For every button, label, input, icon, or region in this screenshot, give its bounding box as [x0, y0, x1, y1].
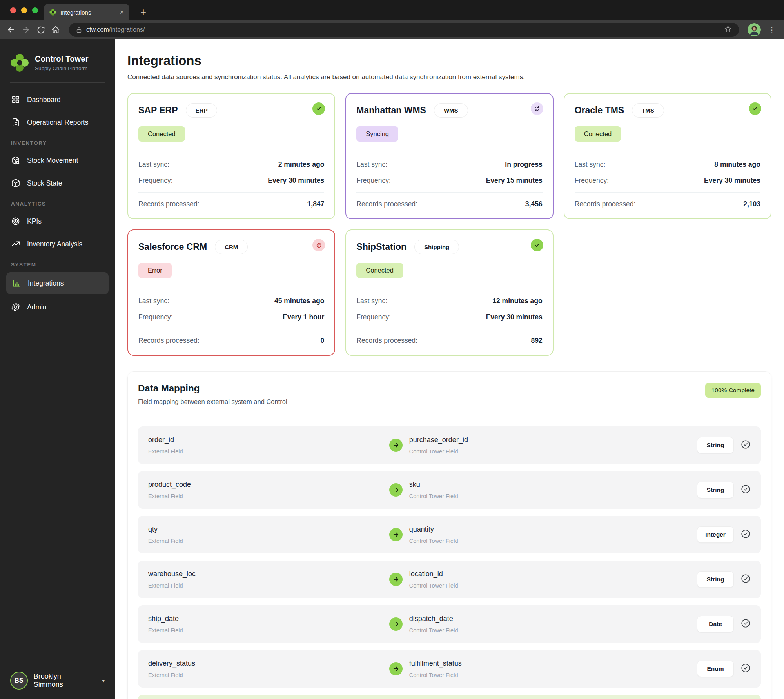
status-badge: Syncing	[356, 126, 398, 142]
status-badge: Error	[138, 263, 172, 278]
integration-type-chip: Shipping	[414, 240, 459, 254]
sidebar-item-integrations[interactable]: Integrations	[6, 272, 109, 294]
user-avatar: BS	[10, 672, 28, 690]
external-field-name: warehouse_loc	[148, 570, 389, 578]
box-search-icon	[11, 156, 20, 165]
last-sync-value: 8 minutes ago	[714, 160, 760, 169]
integration-name: SAP ERP	[138, 105, 178, 116]
external-field-label: External Field	[148, 493, 389, 499]
sidebar-section-inventory: INVENTORY	[0, 134, 115, 149]
sidebar-item-stock-movement[interactable]: Stock Movement	[0, 149, 115, 172]
status-badge: Conected	[575, 126, 621, 142]
sidebar-item-label: Integrations	[28, 279, 64, 288]
gear-icon	[11, 302, 20, 312]
user-name: Brooklyn Simmons	[34, 672, 91, 689]
external-field-label: External Field	[148, 627, 389, 633]
field-type-pill: String	[697, 437, 734, 453]
sidebar-item-label: Dashboard	[27, 96, 61, 104]
last-sync-value: 45 minutes ago	[274, 297, 324, 305]
sidebar-item-dashboard[interactable]: Dashboard	[0, 88, 115, 111]
validated-check-circle-icon	[740, 439, 751, 451]
last-sync-value: 2 minutes ago	[278, 160, 325, 169]
data-mapping-panel: Data Mapping Field mapping between exter…	[127, 371, 771, 699]
card-divider	[138, 192, 324, 193]
integration-name: Salesforce CRM	[138, 242, 207, 252]
external-field-label: External Field	[148, 538, 389, 544]
home-button[interactable]	[51, 25, 60, 35]
window-close-button[interactable]	[10, 7, 16, 13]
integration-card-manhattan-wms: Manhattan WMS WMS Syncing Last sync:In p…	[345, 93, 553, 219]
tab-close-icon[interactable]: ×	[120, 9, 124, 16]
new-tab-button[interactable]: +	[140, 7, 146, 17]
sidebar-item-label: KPIs	[27, 217, 42, 226]
frequency-value: Every 15 minutes	[486, 177, 543, 185]
last-sync-label: Last sync:	[138, 160, 169, 169]
sidebar-user[interactable]: BS Brooklyn Simmons ▾	[0, 662, 115, 699]
sidebar-item-admin[interactable]: Admin	[0, 296, 115, 319]
window-minimize-button[interactable]	[21, 7, 27, 13]
records-value: 0	[321, 337, 325, 345]
back-button[interactable]	[6, 25, 16, 35]
favicon-icon	[49, 9, 56, 16]
trend-up-icon	[11, 239, 20, 249]
records-label: Records processed:	[138, 200, 200, 208]
forward-button[interactable]	[21, 25, 31, 35]
sidebar-nav: Dashboard Operational Reports INVENTORY …	[0, 83, 115, 319]
arrow-right-icon	[389, 573, 403, 586]
sidebar-item-operational-reports[interactable]: Operational Reports	[0, 111, 115, 134]
sidebar-item-stock-state[interactable]: Stock State	[0, 172, 115, 195]
integration-type-chip: WMS	[434, 103, 468, 118]
frequency-value: Every 30 minutes	[486, 313, 543, 321]
external-field-name: qty	[148, 525, 389, 533]
last-sync-label: Last sync:	[138, 297, 169, 305]
sidebar: Control Tower Supply Chain Platform Dash…	[0, 39, 115, 699]
main-content: Integrations Connected data sources and …	[115, 39, 784, 699]
mapping-row: ship_dateExternal Field dispatch_dateCon…	[138, 605, 761, 643]
records-label: Records processed:	[356, 200, 417, 208]
control-field-name: fulfillment_status	[409, 659, 462, 668]
validated-check-circle-icon	[740, 573, 751, 585]
sidebar-section-system: SYSTEM	[0, 255, 115, 271]
url-path: /integrations/	[109, 26, 145, 33]
data-mapping-title: Data Mapping	[138, 383, 287, 394]
sidebar-section-analytics: ANALYTICS	[0, 195, 115, 210]
external-field-name: delivery_status	[148, 659, 389, 668]
status-badge: Conected	[356, 263, 403, 278]
brand-text: Control Tower Supply Chain Platform	[35, 55, 89, 71]
validated-check-circle-icon	[740, 529, 751, 541]
external-field-name: ship_date	[148, 615, 389, 623]
target-icon	[11, 217, 20, 226]
sidebar-item-kpis[interactable]: KPIs	[0, 210, 115, 233]
control-field-label: Control Tower Field	[409, 493, 458, 499]
window-zoom-button[interactable]	[32, 7, 38, 13]
control-field-label: Control Tower Field	[409, 582, 458, 589]
browser-menu-icon[interactable]: ⋮	[766, 25, 778, 35]
records-label: Records processed:	[138, 337, 200, 345]
reload-button[interactable]	[36, 25, 45, 35]
arrow-right-icon	[389, 439, 403, 452]
bookmark-star-icon[interactable]	[724, 25, 732, 35]
frequency-label: Frequency:	[575, 177, 609, 185]
last-sync-label: Last sync:	[356, 160, 387, 169]
integration-name: Manhattan WMS	[356, 105, 426, 116]
last-sync-value: In progress	[505, 160, 542, 169]
address-bar[interactable]: ctw.com/integrations/	[69, 23, 739, 37]
browser-tab[interactable]: Integrations ×	[44, 4, 129, 20]
field-type-pill: String	[697, 571, 734, 588]
sidebar-item-label: Operational Reports	[27, 118, 89, 127]
mapping-row: order_idExternal Field purchase_order_id…	[138, 426, 761, 464]
connected-check-icon	[749, 102, 761, 115]
url-domain: ctw.com	[86, 26, 109, 33]
document-icon	[11, 118, 20, 127]
page-title: Integrations	[127, 53, 771, 68]
field-type-pill: Integer	[697, 526, 734, 543]
user-caret-down-icon[interactable]: ▾	[102, 678, 105, 684]
records-value: 2,103	[743, 200, 760, 208]
brand-tagline: Supply Chain Platform	[35, 66, 89, 71]
sidebar-item-inventory-analysis[interactable]: Inventory Analysis	[0, 233, 115, 255]
control-field-label: Control Tower Field	[409, 627, 458, 633]
data-mapping-heading: Data Mapping Field mapping between exter…	[138, 383, 287, 406]
frequency-value: Every 30 minutes	[704, 177, 760, 185]
browser-profile-avatar[interactable]	[748, 23, 761, 36]
lock-icon	[76, 27, 82, 33]
